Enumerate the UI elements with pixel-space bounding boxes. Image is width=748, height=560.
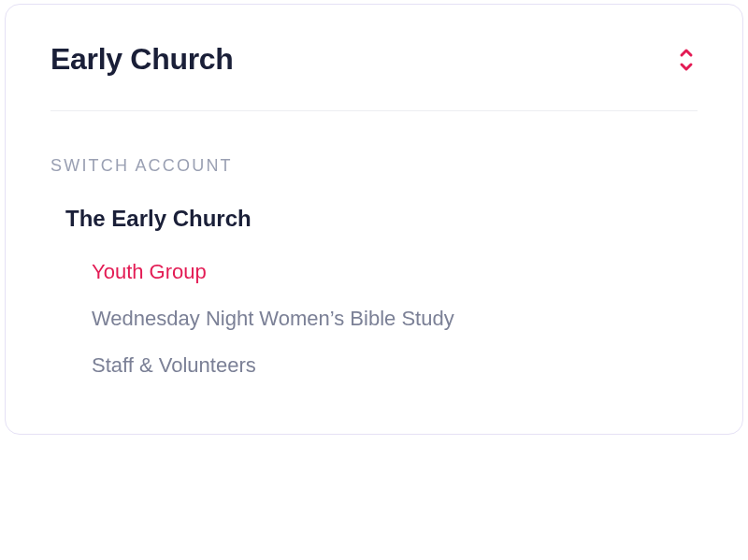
account-switcher-card: Early Church Switch Account The Early Ch… [5, 4, 743, 435]
account-list: The Early Church Youth Group Wednesday N… [6, 206, 742, 434]
account-item-primary[interactable]: The Early Church [65, 206, 698, 249]
account-item-sub[interactable]: Staff & Volunteers [65, 342, 698, 389]
expand-collapse-icon[interactable] [675, 47, 698, 73]
current-account-title: Early Church [50, 42, 234, 77]
account-item-sub[interactable]: Youth Group [65, 249, 698, 295]
card-header: Early Church [6, 5, 742, 110]
section-label: Switch Account [6, 111, 742, 206]
account-item-sub[interactable]: Wednesday Night Women’s Bible Study [65, 295, 698, 342]
